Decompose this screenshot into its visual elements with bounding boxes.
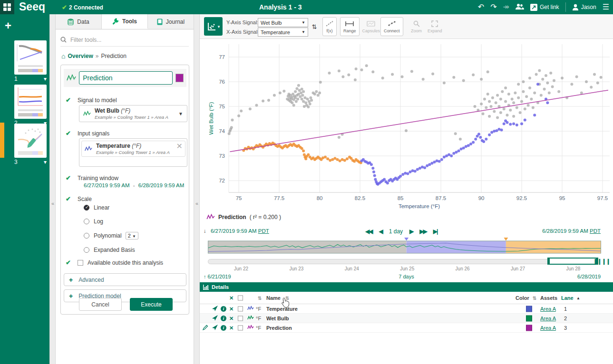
range-end-date[interactable]: 6/28/2019 9:59 AM PDT: [542, 228, 601, 234]
redo-icon[interactable]: ↷: [490, 3, 496, 11]
step-to-end-icon[interactable]: ▶|: [433, 228, 438, 235]
slider-selection[interactable]: [547, 258, 598, 265]
color-swatch[interactable]: [526, 325, 532, 331]
users-icon[interactable]: [516, 3, 524, 11]
connection-status[interactable]: ✔2 Connected: [62, 4, 103, 11]
column-lane[interactable]: Lane: [561, 295, 574, 301]
step-back-double-icon[interactable]: ◀◀: [365, 228, 372, 235]
undo-icon[interactable]: ↶: [478, 3, 484, 11]
redo-all-icon[interactable]: ↠: [503, 3, 509, 11]
item-name[interactable]: Prediction: [266, 325, 292, 331]
asset-link[interactable]: Area A: [540, 316, 556, 321]
color-swatch-button[interactable]: [175, 74, 184, 82]
color-swatch[interactable]: [526, 315, 532, 321]
scatter-plot[interactable]: 7273747576777577.58082.58587.59092.59597…: [206, 40, 612, 210]
row-checkbox[interactable]: [238, 306, 243, 311]
polynomial-order-select[interactable]: 2 ▼: [126, 232, 138, 239]
seeq-logo[interactable]: Seeq: [19, 0, 45, 13]
fx-button[interactable]: f(x): [322, 17, 337, 36]
available-outside-checkbox[interactable]: [78, 260, 83, 266]
remove-icon[interactable]: ✕: [229, 306, 234, 312]
investigate-duration[interactable]: 7 days: [399, 274, 414, 279]
step-size-label[interactable]: 1 day: [389, 228, 403, 235]
scale-option-expanded-basis[interactable]: Expanded Basis: [84, 247, 138, 253]
range-start-arrow-icon[interactable]: ↓: [204, 228, 206, 234]
info-icon[interactable]: i: [221, 316, 226, 321]
chevron-down-icon[interactable]: ▾: [44, 159, 47, 165]
details-panel-header[interactable]: Details: [200, 282, 613, 292]
remove-signal-icon[interactable]: ✕: [176, 142, 183, 151]
column-color[interactable]: Color: [516, 295, 529, 301]
row-checkbox[interactable]: [238, 316, 243, 321]
remove-all-icon[interactable]: ✕: [229, 295, 234, 301]
collapse-panel-gutter[interactable]: «: [194, 14, 200, 364]
step-forward-double-icon[interactable]: ▶▶: [419, 228, 426, 235]
sort-icon[interactable]: ⇅: [258, 295, 262, 300]
capsules-button[interactable]: Capsules: [360, 17, 383, 36]
investigate-end-date[interactable]: 6/28/2019: [577, 274, 601, 279]
series-outside-training-window: [228, 64, 603, 141]
connect-button[interactable]: Connect: [380, 17, 403, 36]
training-window-dates[interactable]: 6/27/2019 9:59 AM - 6/28/2019 9:59 AM: [84, 182, 184, 188]
scale-option-polynomial[interactable]: Polynomial2 ▼: [84, 232, 138, 239]
worksheet-thumbnail-2[interactable]: [14, 85, 47, 119]
user-menu[interactable]: Jason: [572, 4, 596, 10]
range-start-date[interactable]: 6/27/2019 9:59 AM PDT: [211, 228, 269, 234]
item-name[interactable]: Temperature: [266, 306, 298, 312]
home-grid-button[interactable]: [0, 0, 14, 14]
column-assets[interactable]: Assets: [540, 295, 557, 301]
info-icon[interactable]: i: [221, 325, 226, 331]
pin-plane-icon[interactable]: [212, 306, 218, 312]
breadcrumb-overview-link[interactable]: Overview: [68, 53, 93, 59]
tab-journal[interactable]: Journal: [148, 14, 194, 29]
sort-icon[interactable]: ⇅: [533, 295, 536, 300]
tab-data[interactable]: Data: [56, 14, 102, 29]
trend-scrub-strip[interactable]: [208, 238, 601, 254]
worksheet-thumbnail-3[interactable]: [14, 124, 47, 158]
zoom-button[interactable]: Zoom: [408, 17, 425, 36]
step-forward-icon[interactable]: ▶: [409, 228, 413, 235]
column-name[interactable]: Name: [266, 295, 281, 301]
view-selector-button[interactable]: ▾: [204, 17, 223, 36]
row-checkbox[interactable]: [238, 325, 243, 330]
get-link-button[interactable]: Get link: [530, 4, 559, 11]
input-signal-chip[interactable]: Temperature (°F) Example » Cooling Tower…: [81, 141, 185, 157]
remove-icon[interactable]: ✕: [229, 315, 234, 321]
hamburger-menu-icon[interactable]: ☰: [603, 3, 609, 11]
slider-track[interactable]: [208, 259, 598, 264]
investigate-start-date[interactable]: 6/21/2019: [208, 274, 231, 279]
filter-tools-search[interactable]: Filter tools...: [60, 33, 189, 47]
step-back-icon[interactable]: ◀: [379, 228, 382, 235]
scale-option-log[interactable]: Log: [84, 218, 138, 225]
execute-button[interactable]: Execute: [130, 298, 173, 311]
worksheet-thumbnail-1[interactable]: [14, 40, 47, 75]
advanced-expander[interactable]: +Advanced: [64, 273, 186, 286]
remove-icon[interactable]: ✕: [229, 325, 234, 331]
info-icon[interactable]: i: [221, 306, 226, 312]
home-icon[interactable]: ⌂: [61, 52, 65, 60]
swap-axes-button[interactable]: ⇅: [310, 20, 319, 33]
y-axis-signal-select[interactable]: Wet Bulb▼: [258, 18, 308, 27]
investigate-start-arrow-icon[interactable]: ↑: [204, 274, 206, 279]
scale-option-linear[interactable]: Linear: [84, 204, 138, 211]
asset-link[interactable]: Area A: [540, 325, 556, 331]
auto-update-icon[interactable]: ❙❙ ❙❙: [593, 258, 610, 265]
x-axis-signal-select[interactable]: Temperature▼: [258, 28, 308, 37]
asset-link[interactable]: Area A: [540, 306, 556, 312]
signal-to-model-select[interactable]: Wet Bulb (°F) Example » Cooling Tower 1 …: [79, 105, 187, 122]
tool-name-input[interactable]: [79, 71, 173, 85]
edit-pencil-icon[interactable]: [203, 325, 208, 331]
collapse-rail-gutter[interactable]: «: [49, 14, 56, 364]
cancel-button[interactable]: Cancel: [79, 298, 122, 311]
expand-button[interactable]: Expand: [425, 17, 445, 36]
tab-tools[interactable]: Tools: [102, 14, 148, 29]
add-worksheet-button[interactable]: +: [5, 19, 11, 32]
pin-plane-icon[interactable]: [212, 315, 218, 322]
chevron-down-icon[interactable]: ▾: [44, 76, 47, 82]
pin-plane-icon[interactable]: [212, 325, 218, 331]
range-button[interactable]: Range: [340, 17, 360, 36]
select-all-checkbox[interactable]: [238, 295, 243, 300]
sort-icon[interactable]: ⇅: [285, 295, 289, 300]
item-name[interactable]: Wet Bulb: [266, 316, 289, 321]
color-swatch[interactable]: [526, 306, 532, 312]
